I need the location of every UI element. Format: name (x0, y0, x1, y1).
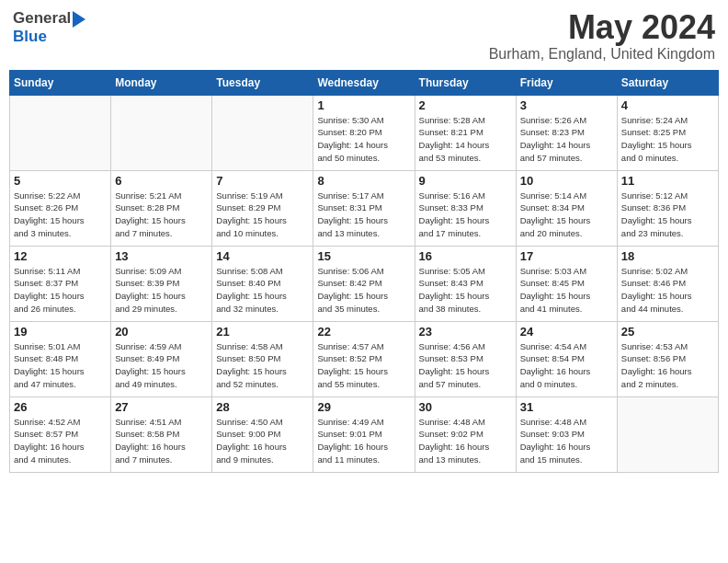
week-row-5: 26Sunrise: 4:52 AM Sunset: 8:57 PM Dayli… (10, 396, 719, 472)
title-area: May 2024 Burham, England, United Kingdom (489, 9, 715, 63)
day-info: Sunrise: 5:24 AM Sunset: 8:25 PM Dayligh… (621, 114, 714, 165)
location: Burham, England, United Kingdom (489, 46, 715, 63)
day-number: 28 (216, 400, 309, 414)
day-cell-22: 22Sunrise: 4:57 AM Sunset: 8:52 PM Dayli… (313, 321, 415, 396)
day-number: 10 (520, 174, 613, 188)
day-number: 20 (115, 325, 208, 339)
day-number: 3 (520, 98, 613, 112)
day-number: 5 (14, 174, 107, 188)
empty-cell (111, 95, 212, 170)
weekday-header-sunday: Sunday (10, 70, 111, 95)
day-info: Sunrise: 5:28 AM Sunset: 8:21 PM Dayligh… (419, 114, 512, 165)
day-info: Sunrise: 5:22 AM Sunset: 8:26 PM Dayligh… (14, 190, 107, 240)
weekday-header-friday: Friday (516, 70, 617, 95)
day-number: 6 (115, 174, 208, 188)
day-cell-5: 5Sunrise: 5:22 AM Sunset: 8:26 PM Daylig… (10, 170, 111, 246)
day-number: 14 (216, 249, 309, 263)
day-number: 15 (317, 249, 410, 263)
day-number: 30 (419, 400, 512, 414)
day-number: 9 (419, 174, 512, 188)
week-row-3: 12Sunrise: 5:11 AM Sunset: 8:37 PM Dayli… (10, 246, 719, 321)
day-number: 26 (14, 400, 107, 414)
day-number: 18 (621, 249, 714, 263)
day-number: 27 (115, 400, 208, 414)
day-info: Sunrise: 5:02 AM Sunset: 8:46 PM Dayligh… (621, 265, 714, 316)
day-info: Sunrise: 5:06 AM Sunset: 8:42 PM Dayligh… (317, 265, 410, 316)
day-number: 21 (216, 325, 309, 339)
day-cell-13: 13Sunrise: 5:09 AM Sunset: 8:39 PM Dayli… (111, 246, 212, 321)
day-cell-17: 17Sunrise: 5:03 AM Sunset: 8:45 PM Dayli… (516, 246, 617, 321)
day-info: Sunrise: 5:16 AM Sunset: 8:33 PM Dayligh… (419, 190, 512, 240)
day-info: Sunrise: 5:08 AM Sunset: 8:40 PM Dayligh… (216, 265, 309, 316)
day-cell-15: 15Sunrise: 5:06 AM Sunset: 8:42 PM Dayli… (313, 246, 415, 321)
day-info: Sunrise: 5:01 AM Sunset: 8:48 PM Dayligh… (14, 340, 107, 391)
day-cell-18: 18Sunrise: 5:02 AM Sunset: 8:46 PM Dayli… (617, 246, 718, 321)
day-number: 19 (14, 325, 107, 339)
week-row-2: 5Sunrise: 5:22 AM Sunset: 8:26 PM Daylig… (10, 170, 719, 246)
day-info: Sunrise: 4:48 AM Sunset: 9:03 PM Dayligh… (520, 416, 613, 466)
day-cell-14: 14Sunrise: 5:08 AM Sunset: 8:40 PM Dayli… (212, 246, 313, 321)
day-cell-11: 11Sunrise: 5:12 AM Sunset: 8:36 PM Dayli… (617, 170, 718, 246)
day-number: 17 (520, 249, 613, 263)
day-cell-29: 29Sunrise: 4:49 AM Sunset: 9:01 PM Dayli… (313, 396, 415, 472)
day-cell-26: 26Sunrise: 4:52 AM Sunset: 8:57 PM Dayli… (10, 396, 111, 472)
day-number: 4 (621, 98, 714, 112)
day-number: 2 (419, 98, 512, 112)
day-cell-16: 16Sunrise: 5:05 AM Sunset: 8:43 PM Dayli… (415, 246, 516, 321)
day-info: Sunrise: 4:53 AM Sunset: 8:56 PM Dayligh… (621, 340, 714, 391)
weekday-header-tuesday: Tuesday (212, 70, 313, 95)
day-cell-12: 12Sunrise: 5:11 AM Sunset: 8:37 PM Dayli… (10, 246, 111, 321)
day-info: Sunrise: 4:50 AM Sunset: 9:00 PM Dayligh… (216, 416, 309, 466)
logo-general: General (13, 9, 71, 28)
calendar-table: SundayMondayTuesdayWednesdayThursdayFrid… (9, 70, 719, 473)
day-cell-27: 27Sunrise: 4:51 AM Sunset: 8:58 PM Dayli… (111, 396, 212, 472)
day-number: 16 (419, 249, 512, 263)
day-info: Sunrise: 4:51 AM Sunset: 8:58 PM Dayligh… (115, 416, 208, 466)
day-info: Sunrise: 4:56 AM Sunset: 8:53 PM Dayligh… (419, 340, 512, 391)
day-info: Sunrise: 4:57 AM Sunset: 8:52 PM Dayligh… (317, 340, 410, 391)
day-number: 8 (317, 174, 410, 188)
day-cell-6: 6Sunrise: 5:21 AM Sunset: 8:28 PM Daylig… (111, 170, 212, 246)
day-cell-2: 2Sunrise: 5:28 AM Sunset: 8:21 PM Daylig… (415, 95, 516, 170)
day-info: Sunrise: 5:11 AM Sunset: 8:37 PM Dayligh… (14, 265, 107, 316)
day-info: Sunrise: 4:59 AM Sunset: 8:49 PM Dayligh… (115, 340, 208, 391)
empty-cell (10, 95, 111, 170)
day-info: Sunrise: 5:09 AM Sunset: 8:39 PM Dayligh… (115, 265, 208, 316)
weekday-header-wednesday: Wednesday (313, 70, 415, 95)
day-cell-30: 30Sunrise: 4:48 AM Sunset: 9:02 PM Dayli… (415, 396, 516, 472)
day-number: 24 (520, 325, 613, 339)
empty-cell (617, 396, 718, 472)
weekday-header-monday: Monday (111, 70, 212, 95)
day-cell-21: 21Sunrise: 4:58 AM Sunset: 8:50 PM Dayli… (212, 321, 313, 396)
day-cell-20: 20Sunrise: 4:59 AM Sunset: 8:49 PM Dayli… (111, 321, 212, 396)
day-cell-19: 19Sunrise: 5:01 AM Sunset: 8:48 PM Dayli… (10, 321, 111, 396)
day-number: 11 (621, 174, 714, 188)
day-cell-8: 8Sunrise: 5:17 AM Sunset: 8:31 PM Daylig… (313, 170, 415, 246)
day-cell-31: 31Sunrise: 4:48 AM Sunset: 9:03 PM Dayli… (516, 396, 617, 472)
day-number: 29 (317, 400, 410, 414)
day-info: Sunrise: 5:17 AM Sunset: 8:31 PM Dayligh… (317, 190, 410, 240)
day-info: Sunrise: 4:48 AM Sunset: 9:02 PM Dayligh… (419, 416, 512, 466)
day-cell-9: 9Sunrise: 5:16 AM Sunset: 8:33 PM Daylig… (415, 170, 516, 246)
day-number: 31 (520, 400, 613, 414)
day-info: Sunrise: 5:21 AM Sunset: 8:28 PM Dayligh… (115, 190, 208, 240)
day-number: 23 (419, 325, 512, 339)
week-row-4: 19Sunrise: 5:01 AM Sunset: 8:48 PM Dayli… (10, 321, 719, 396)
weekday-header-saturday: Saturday (617, 70, 718, 95)
day-cell-7: 7Sunrise: 5:19 AM Sunset: 8:29 PM Daylig… (212, 170, 313, 246)
day-info: Sunrise: 4:52 AM Sunset: 8:57 PM Dayligh… (14, 416, 107, 466)
logo-triangle-icon (73, 11, 85, 28)
day-cell-1: 1Sunrise: 5:30 AM Sunset: 8:20 PM Daylig… (313, 95, 415, 170)
day-cell-4: 4Sunrise: 5:24 AM Sunset: 8:25 PM Daylig… (617, 95, 718, 170)
day-number: 7 (216, 174, 309, 188)
week-row-1: 1Sunrise: 5:30 AM Sunset: 8:20 PM Daylig… (10, 95, 719, 170)
day-cell-25: 25Sunrise: 4:53 AM Sunset: 8:56 PM Dayli… (617, 321, 718, 396)
day-cell-23: 23Sunrise: 4:56 AM Sunset: 8:53 PM Dayli… (415, 321, 516, 396)
day-info: Sunrise: 5:12 AM Sunset: 8:36 PM Dayligh… (621, 190, 714, 240)
month-title: May 2024 (489, 9, 715, 46)
day-info: Sunrise: 5:26 AM Sunset: 8:23 PM Dayligh… (520, 114, 613, 165)
day-info: Sunrise: 4:54 AM Sunset: 8:54 PM Dayligh… (520, 340, 613, 391)
day-info: Sunrise: 5:19 AM Sunset: 8:29 PM Dayligh… (216, 190, 309, 240)
day-cell-3: 3Sunrise: 5:26 AM Sunset: 8:23 PM Daylig… (516, 95, 617, 170)
day-info: Sunrise: 5:14 AM Sunset: 8:34 PM Dayligh… (520, 190, 613, 240)
